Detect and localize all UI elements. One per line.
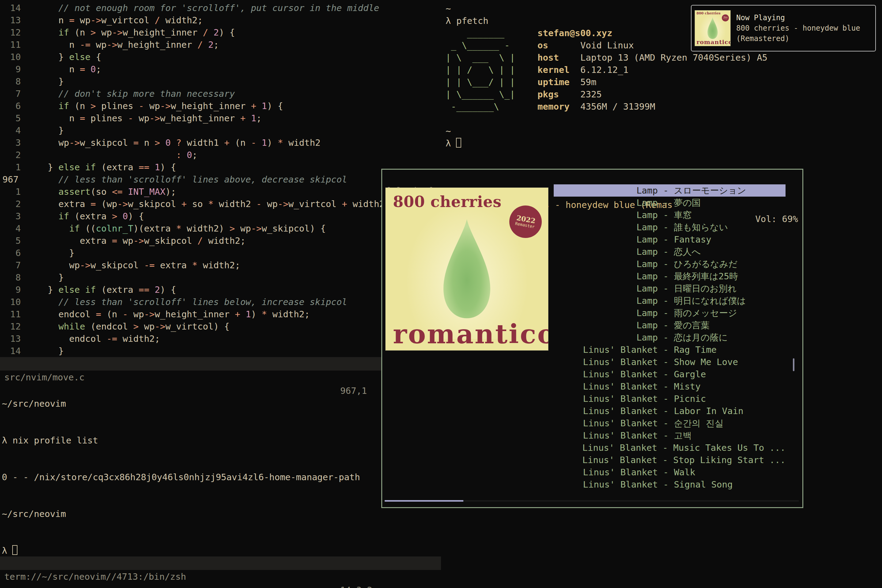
code-line[interactable]: 10 } else { [0,51,441,63]
pfetch-value: 6.12.12_1 [580,64,628,76]
queue-item[interactable]: Linus' Blanket - Show Me Love [554,356,786,368]
code-text: } [26,124,64,136]
queue-item[interactable]: Lamp - 誰も知らない [554,221,786,233]
queue-item[interactable]: Linus' Blanket - Walk [554,466,786,478]
queue-item[interactable]: Linus' Blanket - Rag Time [554,344,786,356]
code-line[interactable]: 6 if (n > plines - wp->w_height_inner + … [0,100,441,112]
now-playing-popup[interactable]: 800 cherries 2022 Remaster romantico Now… [691,5,876,51]
queue-title: 恋は月の蔭に [674,332,728,344]
queue-separator: - [658,478,674,490]
pfetch-logo-art: | \ ___ \ | [446,51,537,64]
queue-item[interactable]: Lamp - 日曜日のお別れ [554,282,786,295]
queue-item[interactable]: Lamp - 恋人へ [554,246,786,258]
code-line[interactable]: 7 wp->w_skipcol -= extra * width2; [0,259,441,272]
notification-line2: (Remastered) [736,33,860,44]
pfetch-value: Void Linux [580,39,634,51]
statusline-term-title: term://~/src/neovim//4713:/bin/zsh [4,570,186,584]
pfetch-value: 4356M / 31399M [580,100,655,113]
prompt-line[interactable]: λ [446,137,768,150]
queue-item[interactable]: Linus' Blanket - Music Takes Us To ... [554,442,786,454]
queue-item[interactable]: Linus' Blanket - Picnic [554,393,786,405]
code-line[interactable]: 8 } [0,75,441,88]
code-line[interactable]: 5 extra = wp->w_skipcol / width2; [0,235,441,247]
code-line[interactable]: 967 // less than 'scrolloff' lines above… [0,173,441,186]
queue-item[interactable]: Linus' Blanket - 순간의 진실 [554,417,786,429]
line-number: 1 [0,186,26,198]
pfetch-label: kernel [537,64,580,76]
code-line[interactable]: 4 } [0,124,441,136]
queue-item[interactable]: Lamp - 恋は月の蔭に [554,332,786,344]
code-line[interactable]: 3 if (extra > 0) { [0,210,441,222]
code-line[interactable]: 1 } else if (extra == 1) { [0,161,441,173]
code-line[interactable]: 8 } [0,272,441,284]
command-text: nix profile list [12,435,98,446]
queue-artist: Linus' Blanket [554,454,657,466]
code-line[interactable]: 6 } [0,247,441,259]
queue-item[interactable]: Linus' Blanket - Stop Liking Start ... [554,454,786,466]
code-text: wp->w_skipcol -= extra * width2; [26,259,240,272]
code-line[interactable]: 1 assert(so <= INT_MAX); [0,186,441,198]
queue-title: Show Me Love [674,356,738,368]
queue-item[interactable]: Linus' Blanket - 고백 [554,429,786,442]
code-line[interactable]: 7 // don't skip more than necessary [0,88,441,100]
code-line[interactable]: 12 if (n > wp->w_height_inner / 2) { [0,26,441,39]
queue-artist: Lamp [554,332,658,344]
queue-separator: - [658,405,674,417]
line-number: 7 [0,259,26,272]
queue-artist: Lamp [554,319,658,332]
queue-separator: - [658,466,674,478]
queue-item[interactable]: Linus' Blanket - Misty [554,380,786,393]
queue-item[interactable]: Linus' Blanket - Labor In Vain [554,405,786,417]
queue-item[interactable]: Lamp - 明日になれば僕は [554,295,786,307]
line-number: 14 [0,345,26,357]
queue-item[interactable]: Lamp - 車窓 [554,209,786,221]
queue-item[interactable]: Lamp - ひろがるなみだ [554,258,786,270]
code-line[interactable]: 9 } else if (extra == 2) { [0,284,441,296]
code-line[interactable]: 13 endcol -= width2; [0,333,441,345]
queue-artist: Linus' Blanket [554,429,658,442]
code-line[interactable]: 14 // not enough room for 'scrolloff', p… [0,2,441,14]
prompt-line[interactable]: λ nix profile list [2,434,360,447]
code-line[interactable]: 10 // less than 'scrolloff' lines below,… [0,296,441,308]
pfetch-row: | \ ___ \ |hostLaptop 13 (AMD Ryzen 7040… [446,51,768,64]
code-text: } else { [26,51,101,63]
line-number: 5 [0,235,26,247]
pfetch-logo-art: _ \______ - [446,39,537,51]
command-text: pfetch [456,16,489,26]
code-line[interactable]: 14 } [0,345,441,357]
queue-scrollbar[interactable] [793,358,794,371]
queue-item[interactable]: Lamp - Fantasy [554,233,786,246]
code-line[interactable]: 11 n -= wp->w_height_inner / 2; [0,39,441,51]
queue-item[interactable]: Lamp - 愛の言葉 [554,319,786,332]
queue-item[interactable]: Lamp - スローモーション [554,184,786,196]
queue-item[interactable]: Lamp - 夢の国 [554,196,786,209]
music-player-window[interactable]: [Playing] herries - honeydew blue (Remas… [381,169,803,508]
queue-title: 最終列車は25時 [674,270,738,282]
code-text: if (n > wp->w_height_inner / 2) { [26,26,235,39]
code-line[interactable]: 4 if ((colnr_T)(extra * width2) > wp->w_… [0,222,441,235]
code-line[interactable]: 3 wp->w_skipcol = n > 0 ? width1 + (n - … [0,136,441,149]
queue-item[interactable]: Linus' Blanket - Gargle [554,368,786,380]
prompt-line[interactable]: λ [2,544,360,557]
pfetch-label: host [537,51,580,64]
code-line[interactable]: 2 extra = (wp->w_skipcol + so * width2 -… [0,198,441,210]
teardrop-icon [704,15,721,42]
line-number: 13 [0,14,26,26]
queue-title: 恋人へ [674,246,701,258]
code-line[interactable]: 11 endcol = (n - wp->w_height_inner + 1)… [0,308,441,320]
code-line[interactable]: 5 n = plines - wp->w_height_inner + 1; [0,112,441,124]
progress-bar[interactable] [385,500,799,502]
queue-artist: Lamp [554,196,658,209]
queue-item[interactable]: Lamp - 最終列車は25時 [554,270,786,282]
album-title-text: romantico [393,318,549,350]
queue-item[interactable]: Linus' Blanket - Signal Song [554,478,786,490]
code-line[interactable]: 2 : 0; [0,149,441,161]
code-line[interactable]: 9 n = 0; [0,63,441,75]
code-line[interactable]: 13 n = wp->w_virtcol / width2; [0,14,441,26]
code-line[interactable]: 12 while (endcol > wp->w_virtcol) { [0,320,441,333]
queue-title: Fantasy [674,233,711,246]
queue-title: Signal Song [674,478,732,490]
queue-artist: Linus' Blanket [554,380,658,393]
queue-artist: Lamp [554,233,658,246]
queue-item[interactable]: Lamp - 雨のメッセージ [554,307,786,319]
